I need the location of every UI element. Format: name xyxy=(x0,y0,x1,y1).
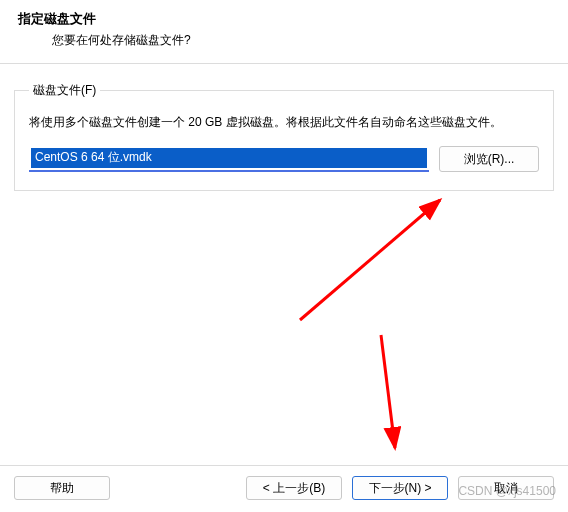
group-description: 将使用多个磁盘文件创建一个 20 GB 虚拟磁盘。将根据此文件名自动命名这些磁盘… xyxy=(29,113,539,132)
browse-button[interactable]: 浏览(R)... xyxy=(439,146,539,172)
group-legend: 磁盘文件(F) xyxy=(29,82,100,99)
file-input-container xyxy=(29,147,429,172)
disk-file-group: 磁盘文件(F) 将使用多个磁盘文件创建一个 20 GB 虚拟磁盘。将根据此文件名… xyxy=(14,82,554,191)
page-title: 指定磁盘文件 xyxy=(18,10,568,28)
file-row: 浏览(R)... xyxy=(29,146,539,172)
content-area: 磁盘文件(F) 将使用多个磁盘文件创建一个 20 GB 虚拟磁盘。将根据此文件名… xyxy=(0,64,568,191)
annotation-arrow-upper xyxy=(285,190,465,330)
disk-file-input[interactable] xyxy=(31,148,427,168)
svg-line-1 xyxy=(381,335,395,448)
help-button[interactable]: 帮助 xyxy=(14,476,110,500)
annotation-arrow-lower xyxy=(365,330,425,460)
button-bar: 帮助 < 上一步(B) 下一步(N) > 取消 xyxy=(0,465,568,500)
next-button[interactable]: 下一步(N) > xyxy=(352,476,448,500)
back-button[interactable]: < 上一步(B) xyxy=(246,476,342,500)
cancel-button[interactable]: 取消 xyxy=(458,476,554,500)
wizard-header: 指定磁盘文件 您要在何处存储磁盘文件? xyxy=(0,0,568,49)
svg-line-0 xyxy=(300,200,440,320)
page-subtitle: 您要在何处存储磁盘文件? xyxy=(18,32,568,49)
